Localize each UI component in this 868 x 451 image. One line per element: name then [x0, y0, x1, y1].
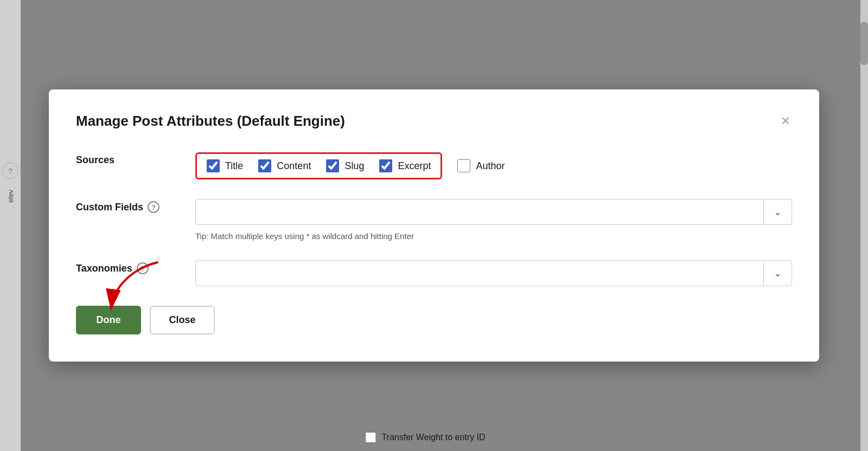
- sidebar-help-icon[interactable]: ?: [2, 163, 18, 179]
- custom-fields-tip: Tip: Match multiple keys using * as wild…: [195, 231, 792, 241]
- taxonomies-section: Taxonomies ? ⌄: [76, 260, 792, 286]
- content-label: Content: [277, 160, 311, 172]
- modal-header: Manage Post Attributes (Default Engine) …: [76, 111, 792, 131]
- custom-fields-input[interactable]: [195, 199, 764, 225]
- excerpt-checkbox[interactable]: [379, 159, 392, 172]
- taxonomies-input[interactable]: [195, 260, 764, 286]
- excerpt-label: Excerpt: [398, 160, 431, 172]
- title-label: Title: [225, 160, 243, 172]
- scroll-thumb[interactable]: [860, 22, 868, 65]
- custom-fields-dropdown-row: ⌄: [195, 199, 792, 225]
- sources-highlighted-group: Title Content Slug Excerpt: [195, 152, 442, 179]
- close-button[interactable]: Close: [150, 306, 215, 334]
- custom-fields-dropdown-arrow[interactable]: ⌄: [764, 199, 792, 225]
- checkbox-excerpt[interactable]: Excerpt: [379, 159, 431, 172]
- checkbox-title[interactable]: Title: [207, 159, 243, 172]
- close-icon-button[interactable]: ×: [779, 111, 792, 131]
- transfer-label: Transfer Weight to entry ID: [381, 433, 485, 442]
- modal-title: Manage Post Attributes (Default Engine): [76, 113, 345, 130]
- button-row: Done Close: [76, 306, 792, 334]
- taxonomies-dropdown-row: ⌄: [195, 260, 792, 286]
- taxonomies-label: Taxonomies ?: [76, 260, 195, 274]
- scrollbar[interactable]: [860, 0, 868, 451]
- custom-fields-content: ⌄ Tip: Match multiple keys using * as wi…: [195, 199, 792, 241]
- checkbox-author[interactable]: Author: [457, 159, 505, 172]
- sources-label: Sources: [76, 152, 195, 166]
- sidebar-text: elev: [7, 190, 15, 203]
- slug-checkbox[interactable]: [326, 159, 339, 172]
- custom-fields-help-icon[interactable]: ?: [148, 201, 159, 213]
- left-sidebar: ? elev: [0, 0, 21, 451]
- title-checkbox[interactable]: [207, 159, 220, 172]
- custom-fields-section: Custom Fields ? ⌄ Tip: Match multiple ke…: [76, 199, 792, 241]
- taxonomies-dropdown-arrow[interactable]: ⌄: [764, 260, 792, 286]
- content-checkbox[interactable]: [258, 159, 271, 172]
- slug-label: Slug: [344, 160, 364, 172]
- taxonomies-help-icon[interactable]: ?: [137, 262, 149, 274]
- done-button[interactable]: Done: [76, 306, 141, 334]
- sources-row: Title Content Slug Excerpt: [195, 152, 792, 179]
- modal-dialog: Manage Post Attributes (Default Engine) …: [49, 89, 819, 362]
- transfer-help-icon[interactable]: ?: [491, 431, 503, 443]
- checkbox-content[interactable]: Content: [258, 159, 311, 172]
- arrow-container: Done: [76, 306, 141, 334]
- transfer-row: Transfer Weight to entry ID ?: [365, 431, 502, 443]
- transfer-checkbox[interactable]: [365, 432, 376, 443]
- taxonomies-content: ⌄: [195, 260, 792, 286]
- custom-fields-label: Custom Fields ?: [76, 199, 195, 213]
- author-checkbox[interactable]: [457, 159, 470, 172]
- sources-section: Sources Title Content Slug: [76, 152, 792, 179]
- sources-content: Title Content Slug Excerpt: [195, 152, 792, 179]
- checkbox-slug[interactable]: Slug: [326, 159, 364, 172]
- author-label: Author: [476, 160, 505, 172]
